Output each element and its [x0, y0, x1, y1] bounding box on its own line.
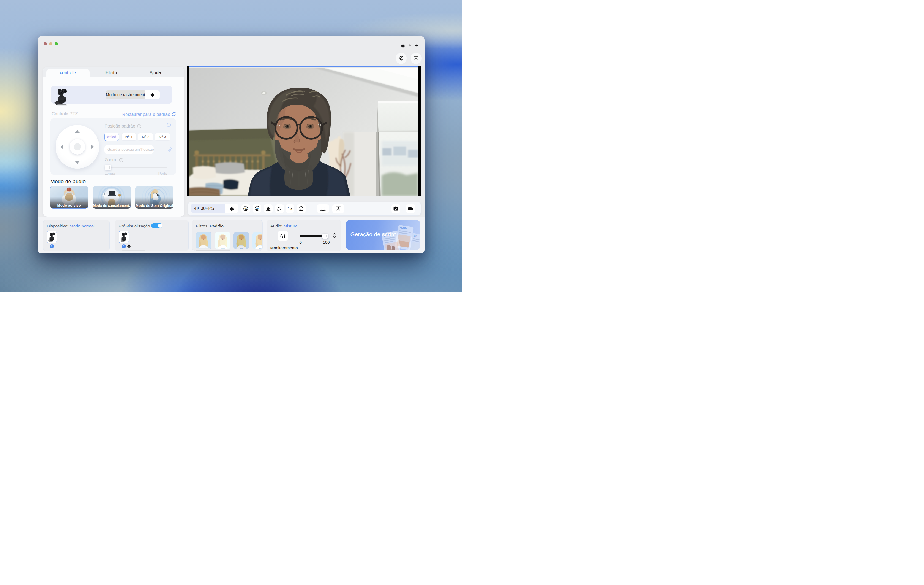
svg-text:90: 90: [244, 207, 247, 210]
svg-text:90: 90: [256, 207, 259, 210]
